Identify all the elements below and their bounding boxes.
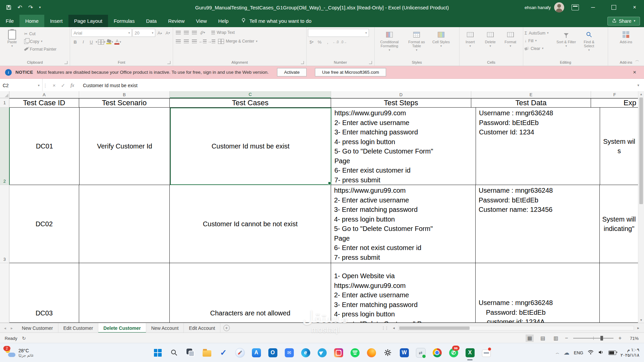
use-free-button[interactable]: Use free at Microsoft365.com [315, 68, 386, 76]
header-test-steps[interactable]: Test Steps [331, 98, 471, 108]
tab-review[interactable]: Review [162, 15, 190, 27]
redo-icon[interactable]: ↷ [28, 5, 33, 10]
remote-app-button[interactable]: ⇄ [413, 344, 428, 361]
tab-insert[interactable]: Insert [44, 15, 68, 27]
file-explorer-button[interactable] [200, 344, 214, 361]
header-test-case-id[interactable]: Test Case ID [9, 98, 79, 108]
tab-help[interactable]: Help [213, 15, 234, 27]
cell-styles-button[interactable]: Cell Styles▾ [430, 29, 452, 48]
format-painter-button[interactable]: Format Painter [24, 46, 56, 53]
account-chip[interactable]: ehsan hanafy [525, 2, 567, 12]
language-indicator[interactable]: ENG [574, 350, 583, 355]
activate-button[interactable]: Activate [277, 68, 307, 76]
sheet-tab-edit-account[interactable]: Edit Account [184, 323, 220, 333]
whatsapp-button[interactable]: ✆99 [446, 344, 461, 361]
status-refresh-icon[interactable]: ↻ [22, 336, 26, 341]
align-top-icon[interactable] [174, 29, 182, 36]
outlook-button[interactable]: O [265, 344, 280, 361]
sheet-tab-edit-customer[interactable]: Edit Customer [58, 323, 99, 333]
cell-b2[interactable]: Verify Customer Id [79, 108, 170, 185]
cell-a4[interactable]: DC03 [9, 263, 79, 323]
clear-button[interactable]: Clear▾ [525, 45, 554, 52]
addins-button[interactable]: Add-ins [615, 29, 637, 44]
column-header-f[interactable]: F [591, 91, 638, 98]
edge-button[interactable]: e [298, 344, 313, 361]
avatar[interactable] [554, 2, 564, 12]
zoom-level[interactable]: 71% [627, 336, 639, 341]
weather-widget[interactable]: 2 28°C غائم جزئيًا [0, 348, 98, 358]
cut-button[interactable]: ✂Cut [24, 30, 56, 37]
italic-button[interactable]: I [79, 38, 87, 46]
horizontal-scroll-thumb[interactable] [399, 326, 470, 330]
cell-e3[interactable]: Username : mngr636248 Password: bEtEdEb … [476, 185, 600, 263]
mail-app-button[interactable]: ✉ [282, 344, 297, 361]
tab-file[interactable]: File [0, 15, 19, 27]
fill-color-button[interactable]: ▾ [106, 38, 113, 46]
excel-taskbar-button[interactable]: X [463, 344, 477, 361]
row-header-3[interactable]: 3 [0, 185, 9, 263]
cell-b4[interactable] [79, 263, 170, 323]
zoom-slider-thumb[interactable] [600, 336, 603, 341]
formula-content[interactable]: Customer Id must be exist [79, 79, 633, 92]
battery-icon[interactable] [608, 351, 616, 355]
tab-data[interactable]: Data [140, 15, 162, 27]
tab-page-layout[interactable]: Page Layout [68, 15, 108, 27]
todo-app-button[interactable]: ✓ [216, 344, 231, 361]
search-button[interactable] [167, 344, 181, 361]
ribbon-display-options-icon[interactable] [572, 4, 579, 10]
column-header-b[interactable]: B [79, 91, 170, 98]
percent-style-button[interactable]: % [316, 38, 323, 46]
copy-button[interactable]: Copy▾ [24, 38, 56, 45]
column-header-a[interactable]: A [9, 91, 79, 98]
cell-e4[interactable]: Username : mngr636248 Password: bEtEdEb … [476, 263, 600, 323]
name-box[interactable]: C2 ▾ [0, 79, 43, 92]
row-header-4[interactable] [0, 263, 9, 323]
horizontal-scrollbar[interactable]: ◂ ▸ [389, 323, 644, 333]
tab-formulas[interactable]: Formulas [108, 15, 141, 27]
borders-button[interactable]: ▾ [98, 38, 106, 46]
row-header-1[interactable]: 1 [0, 98, 9, 108]
maximize-button[interactable] [604, 0, 623, 15]
close-button[interactable]: × [625, 0, 644, 15]
firefox-button[interactable] [364, 344, 379, 361]
new-sheet-button[interactable]: + [220, 323, 232, 333]
formula-bar-expand-icon[interactable]: ▾ [633, 79, 644, 92]
cell-f2[interactable]: System wil s [600, 108, 638, 185]
page-layout-view-icon[interactable]: ▤ [539, 335, 547, 342]
cell-e2[interactable]: Username : mngr636248 Password: bEtEdEb … [476, 108, 600, 185]
wifi-icon[interactable] [588, 350, 594, 356]
scroll-up-icon[interactable]: ▲ [638, 91, 644, 97]
bold-button[interactable]: B [71, 38, 79, 46]
cell-d2[interactable]: https://www.guru99.com 2- Enter active u… [331, 108, 476, 185]
header-test-scenario[interactable]: Test Scenario [79, 98, 170, 108]
cell-f4[interactable] [600, 263, 638, 323]
increase-font-icon[interactable]: A▴ [156, 29, 163, 37]
align-bottom-icon[interactable] [191, 29, 198, 36]
fill-handle[interactable] [328, 182, 331, 185]
increase-decimal-button[interactable]: ←.0 [332, 38, 339, 46]
paste-button[interactable]: Paste ▾ [1, 29, 23, 48]
cell-c2-selected[interactable]: Customer Id must be exist [170, 108, 331, 185]
number-dialog-launcher-icon[interactable] [369, 61, 372, 64]
underline-button[interactable]: U [88, 38, 95, 46]
header-test-cases[interactable]: Test Cases [170, 98, 331, 108]
header-test-data[interactable]: Test Data [471, 98, 591, 108]
fill-button[interactable]: ↓Fill▾ [525, 37, 554, 44]
enter-formula-icon[interactable]: ✓ [61, 82, 65, 88]
clipboard-dialog-launcher-icon[interactable] [64, 61, 67, 64]
delete-cells-button[interactable]: Delete▾ [481, 29, 500, 48]
onedrive-cloud-icon[interactable]: ☁ [564, 350, 570, 356]
sheet-tab-new-account[interactable]: New Account [146, 323, 184, 333]
sheet-nav-right-icon[interactable]: ▸ [11, 326, 13, 330]
column-header-e[interactable]: E [471, 91, 591, 98]
merge-center-button[interactable]: Merge & Center▾ [218, 38, 257, 45]
undo-icon[interactable]: ↶ [17, 5, 22, 10]
task-view-button[interactable] [183, 344, 198, 361]
increase-indent-icon[interactable]: → [207, 38, 215, 45]
volume-icon[interactable] [598, 350, 604, 356]
sort-filter-button[interactable]: Sort & Filter▾ [555, 29, 577, 48]
hidden-icons-chevron[interactable]: ︿ [556, 350, 559, 355]
name-box-caret-icon[interactable]: ▾ [38, 83, 40, 87]
alignment-dialog-launcher-icon[interactable] [301, 61, 304, 64]
wrap-text-button[interactable]: Wrap Text [211, 29, 235, 36]
